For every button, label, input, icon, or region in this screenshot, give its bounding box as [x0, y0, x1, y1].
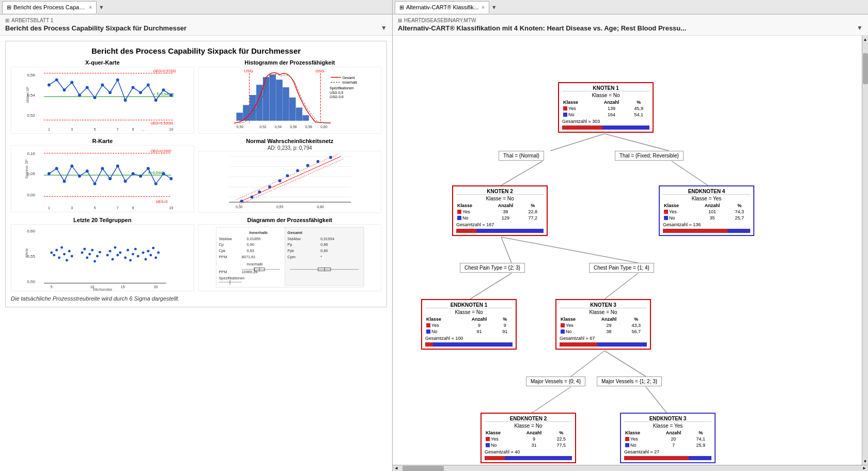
decision-chestpain-14: Chest Pain Type = {1; 4} — [589, 263, 654, 273]
knoten3-total: Gesamtzahl = 67 — [560, 336, 647, 341]
svg-point-12 — [63, 88, 66, 91]
prob-plot-title: Normal Wahrscheinlichkeitsnetz — [198, 138, 382, 144]
svg-text:UEG=0: UEG=0 — [156, 200, 168, 203]
svg-line-101 — [239, 159, 343, 205]
right-arrow-btn[interactable]: ▼ — [857, 24, 863, 32]
scrollbar-thumb[interactable] — [863, 53, 868, 84]
right-scrollbar[interactable]: ▲ ▼ — [862, 36, 868, 465]
endknoten4-subtitle: Klasse = Yes — [663, 196, 750, 201]
svg-point-125 — [60, 246, 63, 249]
knoten1-bar — [562, 125, 649, 130]
svg-text:Spannw. SP: Spannw. SP — [25, 159, 29, 179]
svg-text:15: 15 — [121, 285, 125, 289]
grid-icon: ⊞ — [7, 4, 11, 11]
endknoten1-bar — [425, 342, 513, 347]
right-tab-close[interactable]: × — [482, 5, 485, 10]
svg-point-111 — [316, 160, 319, 163]
svg-point-11 — [55, 78, 58, 82]
svg-line-202 — [501, 237, 638, 263]
svg-rect-47 — [250, 95, 256, 120]
right-tab[interactable]: ⊞ Alternativ-CART® Klassifik... × — [395, 1, 489, 13]
xbar-title: X-quer-Karte — [11, 59, 194, 66]
svg-text:5: 5 — [94, 128, 96, 131]
svg-text:20: 20 — [154, 285, 158, 289]
knoten3-title: KNOTEN 3 — [560, 302, 647, 308]
decision-majvessels-04: Major Vessels = {0; 4} — [526, 376, 585, 386]
svg-point-26 — [169, 93, 173, 97]
svg-point-135 — [94, 260, 96, 262]
right-tab-grid-icon: ⊞ — [399, 4, 404, 11]
svg-text:0,05: 0,05 — [27, 171, 36, 176]
svg-point-132 — [86, 257, 88, 259]
svg-point-152 — [147, 250, 149, 253]
knoten2-subtitle: Klasse = No — [456, 196, 544, 201]
svg-point-87 — [162, 172, 165, 175]
right-content-wrapper: KNOTEN 1 Klasse = No KlasseAnzahl% Yes 1… — [393, 36, 868, 465]
svg-text:PPM: PPM — [219, 270, 227, 274]
svg-text:0,60: 0,60 — [320, 125, 328, 129]
right-panel: ⊞ Alternativ-CART® Klassifik... × ▼ ⊞ HE… — [393, 0, 868, 471]
left-panel: ⊞ Bericht des Process Capab... × ▼ ⊞ ARB… — [0, 0, 393, 471]
svg-text:...: ... — [142, 128, 145, 131]
svg-point-141 — [114, 246, 116, 249]
svg-point-128 — [68, 250, 71, 253]
svg-point-146 — [129, 259, 132, 261]
left-content-area: Bericht des Process Capability Sixpack f… — [0, 36, 392, 471]
r-chart-svg: 0,10 0,05 0,00 Spannw. SP OEG=0,0937 R̄=… — [11, 146, 194, 212]
svg-point-80 — [109, 177, 112, 180]
svg-point-140 — [111, 258, 114, 260]
left-grid-icon: ⊞ — [5, 18, 9, 23]
svg-point-130 — [81, 252, 83, 254]
svg-text:Innerhalb: Innerhalb — [249, 230, 268, 235]
svg-text:Cpm: Cpm — [287, 255, 296, 259]
svg-text:USG    0,5: USG 0,5 — [330, 91, 344, 95]
svg-text:3: 3 — [71, 206, 73, 210]
endknoten4-title: ENDKNOTEN 4 — [663, 189, 750, 195]
svg-text:19: 19 — [169, 128, 173, 131]
svg-point-147 — [132, 253, 134, 256]
node-endknoten2: ENDKNOTEN 2 Klasse = No KlasseAnzahl% Ye… — [481, 413, 576, 463]
svg-line-208 — [646, 387, 667, 413]
endknoten3-title: ENDKNOTEN 3 — [624, 416, 711, 422]
svg-point-77 — [86, 169, 89, 172]
knoten1-title: KNOTEN 1 — [562, 85, 649, 91]
svg-text:0,83: 0,83 — [246, 248, 254, 253]
svg-text:7: 7 — [117, 206, 119, 210]
horizontal-scrollbar[interactable]: ◄ ► — [393, 465, 868, 471]
svg-point-86 — [154, 182, 158, 185]
svg-text:0,80: 0,80 — [320, 248, 328, 253]
svg-line-198 — [605, 134, 669, 151]
svg-text:0,86: 0,86 — [320, 242, 328, 247]
left-tab-more[interactable]: ▼ — [99, 4, 104, 10]
r-chart: R-Karte 0,10 0,05 0,00 Spannw. SP OEG=0,… — [11, 138, 194, 213]
scroll-left-btn[interactable]: ◄ — [393, 465, 400, 472]
svg-point-108 — [286, 174, 289, 177]
scroll-right-btn[interactable]: ► — [861, 465, 868, 472]
histogram-chart: Histogramm der Prozessfähigkeit USG OSG … — [198, 59, 382, 134]
scroll-down-btn[interactable]: ▼ — [862, 458, 869, 465]
decision-chestpain-23: Chest Pain Type = {2; 3} — [460, 263, 525, 273]
left-tab[interactable]: ⊞ Bericht des Process Capab... × — [2, 1, 97, 13]
scroll-up-btn[interactable]: ▲ — [862, 36, 869, 43]
endknoten3-bar — [624, 456, 711, 460]
svg-point-127 — [66, 259, 68, 261]
left-report-title: Bericht des Process Capability Sixpack f… — [5, 24, 187, 32]
svg-text:Werte: Werte — [25, 248, 28, 258]
left-arrow-btn[interactable]: ▼ — [381, 24, 387, 32]
svg-point-121 — [50, 252, 53, 254]
svg-text:0,60: 0,60 — [27, 229, 36, 233]
svg-point-22 — [139, 91, 142, 94]
svg-rect-55 — [302, 116, 308, 121]
h-scrollbar-thumb[interactable] — [402, 466, 444, 471]
svg-text:OSG: OSG — [315, 69, 324, 73]
svg-point-10 — [48, 84, 51, 87]
svg-text:0,01934: 0,01934 — [320, 237, 334, 241]
svg-point-126 — [63, 253, 66, 256]
svg-rect-45 — [236, 113, 242, 121]
svg-text:19: 19 — [169, 206, 173, 210]
right-tab-more[interactable]: ▼ — [491, 4, 497, 10]
svg-line-200 — [672, 161, 708, 185]
left-tab-close[interactable]: × — [89, 5, 92, 10]
svg-point-110 — [306, 164, 309, 167]
right-report-title: Alternativ-CART® Klassifikation mit 4 Kn… — [398, 24, 686, 32]
